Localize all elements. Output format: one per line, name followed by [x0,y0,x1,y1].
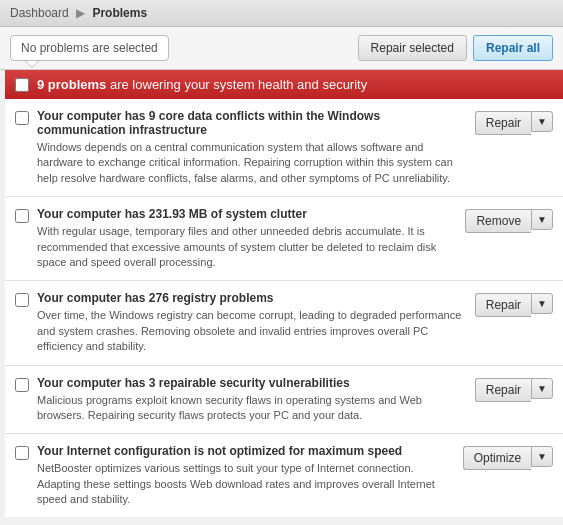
inner-content: 9 problems are lowering your system heal… [5,70,563,517]
problem-checkbox-3[interactable] [15,378,29,392]
problem-desc-1: With regular usage, temporary files and … [37,224,457,270]
action-dropdown-button-4[interactable]: ▼ [531,446,553,467]
problem-content-3: Your computer has 3 repairable security … [37,376,467,424]
problem-content-4: Your Internet configuration is not optim… [37,444,455,507]
repair-all-button[interactable]: Repair all [473,35,553,61]
problem-content-0: Your computer has 9 core data conflicts … [37,109,467,186]
action-main-button-0[interactable]: Repair [475,111,531,135]
problem-title-3: Your computer has 3 repairable security … [37,376,467,390]
problems-suffix: are lowering your system health and secu… [106,77,367,92]
problem-item: Your computer has 231.93 MB of system cl… [5,197,563,281]
action-dropdown-button-0[interactable]: ▼ [531,111,553,132]
action-dropdown-button-1[interactable]: ▼ [531,209,553,230]
problem-title-2: Your computer has 276 registry problems [37,291,467,305]
problem-desc-4: NetBooster optimizes various settings to… [37,461,455,507]
problem-content-1: Your computer has 231.93 MB of system cl… [37,207,457,270]
problem-item: Your Internet configuration is not optim… [5,434,563,517]
problem-desc-2: Over time, the Windows registry can beco… [37,308,467,354]
problem-checkbox-1[interactable] [15,209,29,223]
problem-checkbox-0[interactable] [15,111,29,125]
problem-action-0: Repair ▼ [475,111,553,135]
problems-list: Your computer has 9 core data conflicts … [5,99,563,517]
action-dropdown-button-3[interactable]: ▼ [531,378,553,399]
problems-header-text: 9 problems are lowering your system heal… [37,77,367,92]
problem-title-0: Your computer has 9 core data conflicts … [37,109,467,137]
breadcrumb-current: Problems [92,6,147,20]
problem-action-1: Remove ▼ [465,209,553,233]
problems-count: 9 problems [37,77,106,92]
problem-item: Your computer has 276 registry problems … [5,281,563,365]
problem-checkbox-2[interactable] [15,293,29,307]
problem-desc-0: Windows depends on a central communicati… [37,140,467,186]
problem-title-4: Your Internet configuration is not optim… [37,444,455,458]
breadcrumb-separator: ▶ [76,6,85,20]
problem-action-4: Optimize ▼ [463,446,553,470]
problem-item: Your computer has 3 repairable security … [5,366,563,435]
repair-selected-button[interactable]: Repair selected [358,35,467,61]
problem-content-2: Your computer has 276 registry problems … [37,291,467,354]
problem-item: Your computer has 9 core data conflicts … [5,99,563,197]
problem-action-2: Repair ▼ [475,293,553,317]
main-container: 9 problems are lowering your system heal… [0,70,563,517]
breadcrumb-parent[interactable]: Dashboard [10,6,69,20]
action-main-button-1[interactable]: Remove [465,209,531,233]
action-main-button-3[interactable]: Repair [475,378,531,402]
breadcrumb-bar: Dashboard ▶ Problems [0,0,563,27]
problem-checkbox-4[interactable] [15,446,29,460]
select-all-checkbox[interactable] [15,78,29,92]
top-bar: No problems are selected Repair selected… [0,27,563,70]
problem-title-1: Your computer has 231.93 MB of system cl… [37,207,457,221]
problem-desc-3: Malicious programs exploit known securit… [37,393,467,424]
action-main-button-2[interactable]: Repair [475,293,531,317]
action-dropdown-button-2[interactable]: ▼ [531,293,553,314]
action-main-button-4[interactable]: Optimize [463,446,531,470]
problem-action-3: Repair ▼ [475,378,553,402]
status-bubble: No problems are selected [10,35,169,61]
problems-header: 9 problems are lowering your system heal… [5,70,563,99]
